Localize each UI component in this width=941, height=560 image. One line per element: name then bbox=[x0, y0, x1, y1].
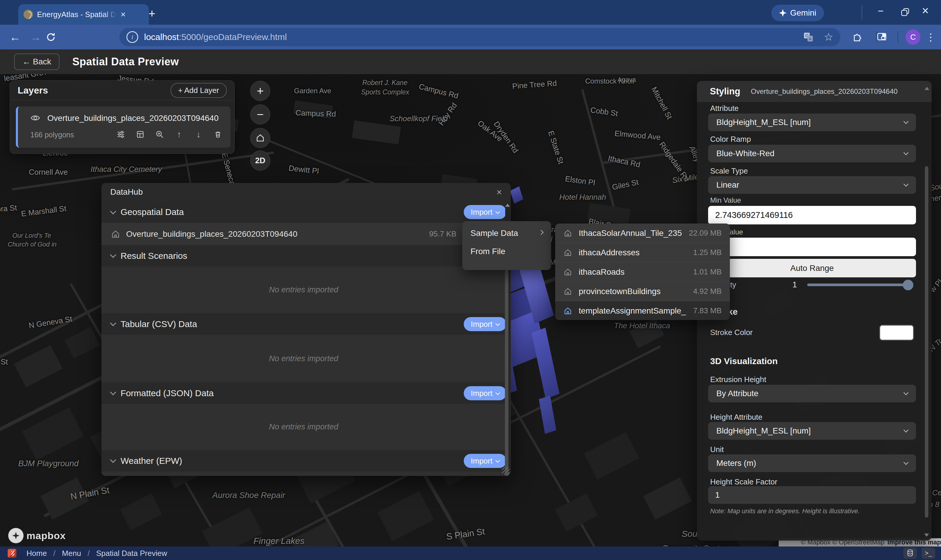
sample-data-submenu: IthacaSolarAnnual_Tile_235...22.09 MB it… bbox=[555, 223, 730, 320]
datahub-close-icon[interactable]: × bbox=[497, 187, 502, 198]
map-building bbox=[65, 327, 100, 358]
min-value-input[interactable]: 2.743669271469116 bbox=[708, 206, 916, 225]
window-minimize-button[interactable]: − bbox=[878, 5, 884, 17]
map-extruded-building bbox=[531, 328, 559, 399]
database-icon[interactable] bbox=[903, 548, 917, 559]
mapbox-star-icon bbox=[8, 528, 23, 543]
layer-style-sliders-icon[interactable] bbox=[116, 129, 126, 139]
map-label: Ce bbox=[932, 488, 941, 497]
browser-menu-icon[interactable]: ⋮ bbox=[920, 31, 941, 43]
sample-item[interactable]: ithacaAddresses1.25 MB bbox=[555, 243, 730, 262]
breadcrumb-item[interactable]: Spatial Data Preview bbox=[96, 549, 167, 558]
breadcrumb-item[interactable]: Home bbox=[26, 549, 47, 558]
datahub-modal: DataHub × Geospatial Data Import Overtur… bbox=[101, 183, 511, 476]
side-panel-search-icon[interactable] bbox=[877, 32, 898, 42]
sample-item[interactable]: ithacaRoads1.01 MB bbox=[555, 262, 730, 282]
import-tabular-button[interactable]: Import bbox=[464, 317, 506, 331]
translate-icon[interactable]: GA bbox=[803, 32, 814, 42]
chevron-down-icon bbox=[110, 389, 116, 395]
layer-move-up-icon[interactable]: ↑ bbox=[174, 129, 184, 139]
dataset-home-icon bbox=[563, 268, 572, 277]
visibility-eye-icon[interactable] bbox=[30, 113, 41, 123]
height-attribute-select[interactable]: BldgHeight_M_ESL [num] bbox=[708, 422, 916, 440]
layer-move-down-icon[interactable]: ↓ bbox=[194, 129, 203, 139]
mapbox-logo[interactable]: mapbox bbox=[8, 528, 66, 543]
zoom-out-button[interactable]: − bbox=[250, 105, 270, 125]
max-value-input[interactable] bbox=[708, 238, 916, 256]
section-result-scenarios[interactable]: Result Scenarios bbox=[101, 245, 511, 267]
breadcrumb-separator: / bbox=[88, 549, 90, 558]
styling-scrollbar-thumb[interactable] bbox=[925, 166, 928, 518]
gemini-button[interactable]: Gemini bbox=[771, 5, 824, 21]
tab-close-icon[interactable]: × bbox=[121, 10, 126, 19]
sample-item[interactable]: provincetownBuildings4.92 MB bbox=[555, 282, 730, 301]
attribute-select[interactable]: BldgHeight_M_ESL [num] bbox=[708, 114, 916, 131]
modal-resize-handle[interactable] bbox=[502, 467, 510, 475]
site-info-icon[interactable]: i bbox=[126, 31, 138, 43]
profile-avatar[interactable]: C bbox=[906, 29, 920, 45]
import-json-button[interactable]: Import bbox=[464, 386, 506, 400]
color-ramp-select[interactable]: Blue-White-Red bbox=[708, 145, 916, 162]
menu-item-from-file[interactable]: From File bbox=[462, 242, 551, 261]
tab-title: EnergyAtlas - Spatial Data Preview bbox=[37, 10, 117, 19]
datahub-title: DataHub bbox=[110, 187, 143, 197]
scale-type-select[interactable]: Linear bbox=[708, 176, 916, 194]
add-layer-button[interactable]: + Add Layer bbox=[171, 83, 227, 98]
chevron-down-icon bbox=[904, 119, 909, 124]
chevron-down-icon bbox=[904, 460, 909, 465]
layer-card[interactable]: Overture_buildings_places_20260203T09464… bbox=[16, 106, 231, 148]
unit-select[interactable]: Meters (m) bbox=[708, 454, 916, 472]
layer-zoom-to-icon[interactable] bbox=[155, 129, 165, 139]
reload-icon[interactable] bbox=[46, 32, 66, 42]
browser-titlebar: EnergyAtlas - Spatial Data Preview × + G… bbox=[0, 0, 941, 25]
styling-note: Note: Map units are in degrees. Height i… bbox=[710, 507, 860, 515]
home-icon bbox=[255, 133, 265, 143]
layer-table-icon[interactable] bbox=[135, 129, 145, 139]
nav-back-icon[interactable]: ← bbox=[5, 31, 25, 43]
map-label: Campus Rd bbox=[295, 108, 336, 119]
section-tabular[interactable]: Tabular (CSV) Data bbox=[101, 313, 511, 335]
import-geospatial-button[interactable]: Import bbox=[464, 205, 506, 219]
section-geospatial[interactable]: Geospatial Data bbox=[101, 201, 511, 223]
breadcrumb-item[interactable]: Menu bbox=[62, 549, 81, 558]
browser-tab[interactable]: EnergyAtlas - Spatial Data Preview × bbox=[18, 4, 149, 25]
home-extent-button[interactable] bbox=[250, 128, 270, 148]
sample-item-hovered[interactable]: templateAssignmentSample_...7.83 MB bbox=[555, 301, 730, 320]
new-tab-button[interactable]: + bbox=[149, 7, 155, 20]
url-text[interactable]: localhost:5000/geoDataPreview.html bbox=[144, 32, 287, 42]
layers-panel: Layers + Add Layer Overture_buildings_pl… bbox=[10, 80, 235, 154]
attribute-label: Attribute bbox=[710, 104, 739, 113]
nav-forward-icon[interactable]: → bbox=[25, 31, 46, 43]
map-label: St bbox=[1, 357, 8, 366]
stroke-color-swatch[interactable] bbox=[879, 325, 914, 341]
extensions-icon[interactable] bbox=[852, 32, 873, 42]
height-scale-factor-input[interactable]: 1 bbox=[708, 486, 916, 504]
layers-title: Layers bbox=[18, 85, 48, 96]
auto-range-button[interactable]: Auto Range bbox=[708, 259, 916, 277]
min-value-label: Min Value bbox=[710, 196, 741, 205]
map-label: Ithaca City Cemetery bbox=[91, 165, 162, 174]
sample-item[interactable]: IthacaSolarAnnual_Tile_235...22.09 MB bbox=[555, 223, 730, 243]
menu-item-sample-data[interactable]: Sample Data bbox=[462, 224, 551, 242]
import-weather-button[interactable]: Import bbox=[464, 454, 506, 468]
geospatial-entry-row[interactable]: Overture_buildings_places_20260203T09464… bbox=[101, 223, 511, 245]
extrusion-height-select[interactable]: By Attribute bbox=[708, 385, 916, 402]
opacity-slider-thumb[interactable] bbox=[903, 280, 913, 290]
styling-scrollbar[interactable] bbox=[924, 87, 929, 537]
window-restore-button[interactable] bbox=[900, 8, 910, 17]
dataset-home-icon bbox=[563, 229, 572, 238]
layer-delete-icon[interactable] bbox=[213, 129, 223, 139]
bookmark-star-icon[interactable]: ☆ bbox=[824, 31, 833, 43]
map-label: Finger Lakes bbox=[254, 536, 304, 546]
section-weather[interactable]: Weather (EPW) bbox=[101, 450, 511, 472]
section-json[interactable]: Formatted (JSON) Data bbox=[101, 382, 511, 404]
map-label: S Plain St bbox=[446, 526, 486, 542]
opacity-slider-track[interactable] bbox=[807, 283, 913, 286]
address-bar[interactable]: i localhost:5000/geoDataPreview.html GA … bbox=[119, 28, 840, 46]
zoom-in-button[interactable]: + bbox=[250, 81, 270, 101]
mode-2d-button[interactable]: 2D bbox=[250, 151, 270, 171]
window-close-button[interactable]: × bbox=[922, 4, 929, 17]
styling-layer-name: Overture_buildings_places_20260203T09464… bbox=[751, 87, 898, 95]
back-button[interactable]: ← Back bbox=[14, 54, 59, 70]
terminal-icon[interactable]: >_ bbox=[922, 548, 935, 559]
